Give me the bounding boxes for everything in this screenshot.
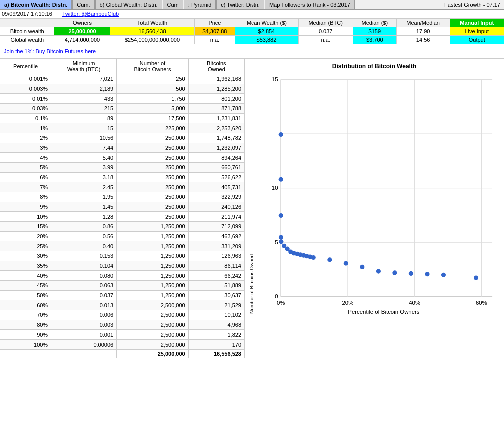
tab-cumulative[interactable]: Cum. [72,0,94,9]
cell-percentile: 50% [0,290,51,300]
chart-data-point [409,271,413,276]
tab-cum[interactable]: Cum [163,0,183,9]
svg-text:5: 5 [275,239,278,245]
cell-num-owners: 2,500,000 [117,310,189,320]
cell-btc-owned: 1,822 [188,330,244,340]
col-header-total-wealth: Total Wealth [110,19,194,27]
cell-percentile: 2% [0,133,51,143]
tab-pyramid[interactable]: : Pyramid [184,0,216,9]
bitcoin-total-wealth: 16,560,438 [110,27,194,36]
cell-percentile: 9% [0,202,51,212]
chart-data-point [376,269,381,274]
cell-btc-owned: 10,102 [188,310,244,320]
cell-num-owners: 250,000 [117,182,189,192]
cell-percentile: 7% [0,182,51,192]
table-row: 7% 2.45 250,000 405,731 [0,182,245,192]
svg-text:20%: 20% [342,300,354,306]
cell-percentile: 40% [0,271,51,281]
cell-btc-owned: 1,285,200 [188,84,244,94]
cell-btc-owned: 126,963 [188,251,244,261]
cell-num-owners: 17,500 [117,113,189,123]
cell-btc-owned: 660,761 [188,163,244,173]
cell-percentile: 4% [0,153,51,163]
cell-percentile: 60% [0,300,51,310]
cell-percentile: 6% [0,172,51,182]
global-wealth-label: Global wealth [0,36,54,44]
table-row: 0.01% 433 1,750 801,200 [0,94,245,104]
cell-min-wealth: 7.44 [51,143,117,153]
svg-text:60%: 60% [476,300,487,306]
cell-min-wealth: 0.40 [51,241,117,251]
bitcoin-median-btc: 0.037 [298,27,353,36]
cell-num-owners: 1,250,000 [117,281,189,291]
cell-percentile: 25% [0,241,51,251]
data-table-header-row: Percentile MinimumWealth (BTC) Number of… [0,59,245,74]
chart-data-point [327,257,332,262]
svg-text:15: 15 [272,76,278,82]
y-axis-label: Number of Bitcoins Owned [249,74,254,314]
chart-data-point [474,276,478,280]
cell-num-owners: 250,000 [117,143,189,153]
join-link[interactable]: Join the 1%: Buy Bitcoin Futures here [2,46,502,56]
global-owners: 4,714,000,000 [54,36,110,44]
cell-min-wealth: 0.003 [51,320,117,330]
cell-num-owners: 1,250,000 [117,241,189,251]
cell-min-wealth: 3.18 [51,172,117,182]
chart-data-point [279,235,283,239]
cell-num-owners: 5,000 [117,104,189,114]
table-row: 0.1% 89 17,500 1,231,831 [0,113,245,123]
chart-title: Distribution of Bitcoin Wealth [249,63,500,70]
cell-btc-owned: 331,209 [188,241,244,251]
cell-num-owners: 2,500,000 [117,300,189,310]
table-row: 3% 7.44 250,000 1,232,097 [0,143,245,153]
cell-percentile: 15% [0,222,51,232]
cell-btc-owned: 894,264 [188,153,244,163]
cell-num-owners: 1,250,000 [117,261,189,271]
table-row: 0.003% 2,189 500 1,285,200 [0,84,245,94]
col-header-median-usd: Median ($) [353,19,396,27]
tab-twitter[interactable]: c) Twitter: Distn. [216,0,264,9]
tab-global-wealth[interactable]: b) Global Wealth: Distn. [95,0,162,9]
cell-num-owners: 250,000 [117,133,189,143]
table-row: 9% 1.45 250,000 240,126 [0,202,245,212]
cell-btc-owned: 30,637 [188,290,244,300]
cell-btc-owned: 86,114 [188,261,244,271]
cell-num-owners: 1,250,000 [117,231,189,241]
cell-btc-owned: 712,099 [188,222,244,232]
cell-percentile: 10% [0,212,51,222]
cell-min-wealth: 0.56 [51,231,117,241]
fastest-growth-label: Fastest Growth - 07.17 [440,0,504,9]
svg-text:40%: 40% [409,300,420,306]
cell-percentile: 3% [0,143,51,153]
cell-min-wealth: 0.013 [51,300,117,310]
cell-min-wealth: 2,189 [51,84,117,94]
cell-num-owners: 1,250,000 [117,271,189,281]
tab-bitcoin-wealth[interactable]: a) Bitcoin Wealth: Distn. [0,0,72,9]
cell-btc-owned: 1,962,168 [188,74,244,84]
chart-data-point [279,132,283,137]
chart-data-point [311,255,316,260]
datetime: 09/09/2017 17:10:16 [2,11,52,17]
global-mean-wealth: $53,882 [235,36,298,44]
cell-btc-owned: 1,748,782 [188,133,244,143]
bitcoin-wealth-row: Bitcoin wealth 25,000,000 16,560,438 $4,… [0,27,504,36]
cell-percentile: 0.003% [0,84,51,94]
cell-min-wealth: 3.99 [51,163,117,173]
cell-min-wealth: 0.006 [51,310,117,320]
cell-min-wealth: 0.00006 [51,340,117,350]
cell-btc-owned: 211,974 [188,212,244,222]
cell-percentile: 20% [0,231,51,241]
cell-btc-owned: 2,253,620 [188,123,244,133]
global-wealth-row: Global wealth 4,714,000,000 $254,000,000… [0,36,504,44]
tab-map[interactable]: Map Followers to Rank - 03.2017 [265,0,355,9]
col-btc-owned: BitcoinsOwned [188,59,244,74]
col-header-owners: Owners [54,19,110,27]
table-row: 60% 0.013 2,500,000 21,529 [0,300,245,310]
bitcoin-live-input: Live Input [450,27,504,36]
chart-svg: 0 5 10 15 0% 20% 40% 60% Percentile of B… [256,74,500,314]
twitter-link[interactable]: Twitter: @BambouClub [62,11,119,17]
col-header-mean-wealth: Mean Wealth ($) [235,19,298,27]
cell-num-owners: 1,250,000 [117,290,189,300]
cell-percentile: 8% [0,192,51,202]
cell-num-owners: 1,250,000 [117,251,189,261]
